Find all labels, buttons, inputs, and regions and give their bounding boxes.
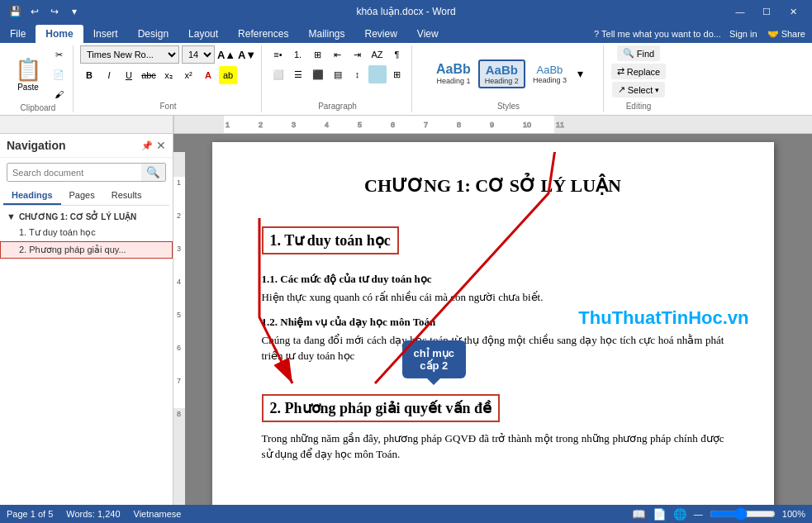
font-size-select[interactable]: 14 (182, 45, 215, 64)
paste-button[interactable]: 📋 Paste (8, 54, 48, 95)
nav-header: Navigation 📌 ✕ (0, 134, 173, 158)
nav-search-button[interactable]: 🔍 (141, 164, 165, 181)
styles-group: AaBb Heading 1 AaBb Heading 2 AaBb Headi… (414, 45, 604, 112)
para-row2: ⬜ ☰ ⬛ ▤ ↕ ⊞ (269, 65, 406, 83)
svg-text:4: 4 (325, 121, 329, 129)
align-right-button[interactable]: ⬛ (309, 65, 327, 83)
shading-button[interactable] (368, 65, 387, 83)
print-layout-button[interactable]: 📄 (653, 508, 667, 521)
tab-file[interactable]: File (0, 25, 36, 43)
status-language: Vietnamese (134, 509, 182, 519)
nav-item-0[interactable]: 1. Tư duy toán học (0, 224, 173, 241)
show-marks-button[interactable]: ¶ (388, 45, 406, 64)
svg-text:8: 8 (177, 410, 181, 418)
align-left-button[interactable]: ⬜ (269, 65, 287, 83)
title-bar: 💾 ↩ ↪ ▾ khóa luận.docx - Word — ☐ ✕ (0, 0, 812, 23)
callout-bubble: chỉ mục cấp 2 (402, 340, 467, 378)
heading2-block: 2. Phương pháp giải quyết vấn đề (262, 378, 724, 430)
minimize-button[interactable]: — (728, 3, 753, 20)
tab-references[interactable]: References (228, 25, 298, 43)
font-group: Times New Ro... 14 A▲ A▼ B I U abc x₂ x²… (75, 45, 262, 112)
highlight-button[interactable]: ab (219, 66, 237, 84)
bold-button[interactable]: B (80, 66, 98, 84)
styles-more-button[interactable]: ▾ (574, 64, 586, 83)
nav-chapter-item[interactable]: ▼ CHƯƠNG 1: CƠ SỞ LÝ LUẬN (0, 209, 173, 224)
document-area[interactable]: 1 2 3 4 5 6 7 8 CHƯƠNG 1: CƠ SỞ LÝ LUẬN … (173, 134, 812, 523)
underline-button[interactable]: U (120, 66, 138, 84)
format-painter-button[interactable]: 🖌 (50, 85, 68, 103)
para-row1: ≡• 1. ⊞ ⇤ ⇥ AZ ¶ (269, 45, 406, 64)
font-content: Times New Ro... 14 A▲ A▼ B I U abc x₂ x²… (80, 45, 256, 102)
bullets-button[interactable]: ≡• (269, 45, 287, 64)
tab-view[interactable]: View (407, 25, 449, 43)
style-heading1[interactable]: AaBb Heading 1 (430, 59, 477, 88)
justify-button[interactable]: ▤ (329, 65, 347, 83)
font-family-select[interactable]: Times New Ro... (80, 45, 179, 64)
align-center-button[interactable]: ☰ (289, 65, 307, 83)
nav-item-label-1: 2. Phương pháp giải quy... (19, 245, 126, 254)
borders-button[interactable]: ⊞ (388, 65, 406, 83)
line-spacing-button[interactable]: ↕ (349, 65, 367, 83)
zoom-level: 100% (782, 509, 805, 519)
tab-design[interactable]: Design (128, 25, 178, 43)
select-icon: ↗ (618, 84, 625, 95)
heading3-text: AaBb (537, 64, 563, 76)
increase-indent-button[interactable]: ⇥ (349, 45, 367, 64)
decrease-font-button[interactable]: A▼ (238, 45, 256, 64)
style-heading2[interactable]: AaBb Heading 2 (478, 59, 525, 88)
nav-search-input[interactable] (7, 164, 141, 181)
navigation-pane: Navigation 📌 ✕ 🔍 Headings Pages Results … (0, 134, 173, 523)
svg-text:8: 8 (457, 121, 461, 129)
watermark-text: ThuThuatTinHoc.vn (578, 307, 748, 329)
maximize-button[interactable]: ☐ (754, 3, 779, 20)
superscript-button[interactable]: x² (179, 66, 197, 84)
svg-text:10: 10 (523, 121, 531, 129)
nav-item-1[interactable]: 2. Phương pháp giải quy... (0, 241, 173, 259)
tab-mailings[interactable]: Mailings (298, 25, 354, 43)
text-color-button[interactable]: A (199, 66, 217, 84)
replace-button[interactable]: ⇄ Replace (611, 64, 666, 79)
increase-font-button[interactable]: A▲ (217, 45, 235, 64)
close-button[interactable]: ✕ (781, 3, 805, 20)
svg-text:11: 11 (556, 121, 564, 129)
cut-button[interactable]: ✂ (50, 45, 68, 64)
customize-qa-icon[interactable]: ▾ (66, 3, 83, 20)
styles-content: AaBb Heading 1 AaBb Heading 2 AaBb Headi… (430, 45, 586, 102)
nav-pin-button[interactable]: 📌 (141, 139, 153, 152)
tab-home[interactable]: Home (36, 25, 83, 43)
tab-review[interactable]: Review (354, 25, 406, 43)
clipboard-group: 📋 Paste ✂ 📄 🖌 Clipboard (3, 45, 74, 112)
find-button[interactable]: 🔍 Find (617, 45, 660, 61)
save-icon[interactable]: 💾 (7, 3, 23, 20)
undo-icon[interactable]: ↩ (26, 3, 43, 20)
nav-close-button[interactable]: ✕ (156, 139, 166, 152)
select-button[interactable]: ↗ Select ▾ (612, 82, 666, 97)
subscript-button[interactable]: x₂ (159, 66, 178, 84)
svg-text:6: 6 (177, 344, 181, 352)
editing-content: 🔍 Find ⇄ Replace ↗ Select ▾ (611, 45, 666, 102)
redo-icon[interactable]: ↪ (46, 3, 63, 20)
svg-text:1: 1 (226, 121, 230, 129)
read-mode-button[interactable]: 📖 (632, 508, 646, 521)
web-layout-button[interactable]: 🌐 (673, 508, 687, 521)
zoom-slider[interactable] (710, 507, 776, 521)
nav-tab-pages[interactable]: Pages (61, 187, 103, 205)
clipboard-content: 📋 Paste ✂ 📄 🖌 (8, 45, 68, 103)
nav-tab-headings[interactable]: Headings (3, 187, 61, 205)
multilevel-button[interactable]: ⊞ (309, 45, 327, 64)
nav-tab-results[interactable]: Results (103, 187, 150, 205)
svg-text:9: 9 (490, 121, 494, 129)
paragraph-label: Paragraph (318, 102, 357, 112)
decrease-indent-button[interactable]: ⇤ (329, 45, 347, 64)
callout-line1: chỉ mục (414, 347, 455, 359)
copy-button[interactable]: 📄 (50, 65, 68, 83)
tab-insert[interactable]: Insert (83, 25, 128, 43)
sort-button[interactable]: AZ (368, 45, 387, 64)
paragraph-content: ≡• 1. ⊞ ⇤ ⇥ AZ ¶ ⬜ ☰ ⬛ ▤ ↕ ⊞ (269, 45, 406, 102)
numbering-button[interactable]: 1. (289, 45, 307, 64)
italic-button[interactable]: I (100, 66, 118, 84)
style-heading3[interactable]: AaBb Heading 3 (527, 61, 572, 87)
tab-layout[interactable]: Layout (178, 25, 228, 43)
strikethrough-button[interactable]: abc (140, 66, 158, 84)
editing-label: Editing (626, 102, 652, 112)
